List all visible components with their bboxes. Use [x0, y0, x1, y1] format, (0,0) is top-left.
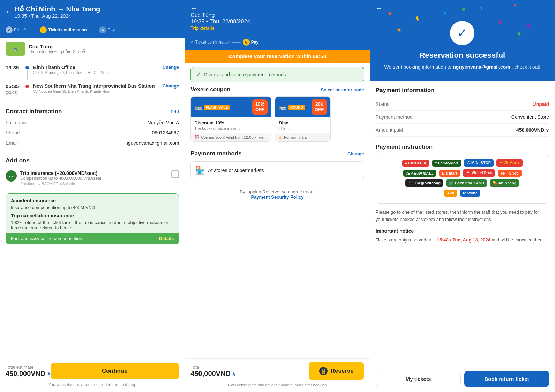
step-indicator-p2: ✓ Ticket confirmation —— 6 Pay: [185, 36, 369, 50]
contact-fullname-row: Full name Nguyễn Văn A: [6, 118, 179, 128]
payment-instruction-section: Payment instruction ● CIRCLE K ≡ FamilyM…: [376, 139, 549, 248]
contact-phone-row: Phone 0901234567: [6, 128, 179, 138]
phone-label: Phone: [6, 130, 20, 136]
amount-paid-value: 450,000VND ∨: [516, 127, 549, 133]
continue-button[interactable]: Continue: [51, 363, 179, 379]
trip-details-link[interactable]: Trip details: [190, 25, 215, 31]
coupon-name-0: Discount 10%: [194, 120, 268, 125]
coupon-footer-0: ⏰ Coming soon! Valid from 12:00 • Tue,..…: [191, 133, 271, 141]
arrival-dot-col: [25, 83, 29, 88]
agreement-text: By tapping Reserve, you agree to our Pay…: [190, 189, 364, 200]
change-departure-btn[interactable]: Change: [163, 64, 179, 70]
topzone-logo: topzone: [460, 190, 480, 197]
departure-info: Binh Thanh Office 339 S, Phuong 26, Binh…: [33, 64, 158, 75]
back-button-p3[interactable]: ←: [376, 5, 382, 12]
secure-icon: ✓: [196, 71, 201, 78]
payment-security-policy-link[interactable]: Payment Security Policy: [251, 194, 303, 200]
change-arrival-btn[interactable]: Change: [163, 83, 179, 89]
success-title: Reservation successful: [377, 51, 548, 60]
vinmart-logo: ✦ VinMart+: [496, 159, 523, 167]
coupon-name-1: Disc...: [279, 120, 327, 125]
ava-logo: AVA: [444, 190, 457, 197]
coupon-top-1: 🚌 ROUND 20k OFF: [275, 97, 330, 117]
cancel-ins-desc: 100% refund of the ticket fare if the tr…: [11, 220, 174, 230]
back-button-p1[interactable]: ←: [6, 8, 12, 16]
insurance-name: Trip insurance (+20.000VND/seat): [20, 170, 168, 176]
my-tickets-button[interactable]: My tickets: [376, 371, 461, 387]
back-button-p2[interactable]: ←: [190, 5, 197, 12]
insurance-text: Trip insurance (+20.000VND/seat) Compens…: [20, 170, 168, 186]
step-dash-1: ——: [29, 28, 38, 32]
panel2-footer: Total 450,000VND ∧ 🔒 Reserve Get license…: [185, 358, 369, 392]
insurance-provider: Provided by BAOVIET x Saladin: [20, 182, 168, 186]
ministop-logo: ⬡ MINI STOP: [464, 159, 494, 167]
insurance-card-footer: Fast and easy online compensation Detail…: [6, 233, 179, 244]
insurance-detail-card: Accident insurance Insurance compensatio…: [6, 193, 179, 244]
payment-method-label: Payment method: [376, 114, 413, 120]
bus-type: Limousine giường nằm 21 chỗ: [29, 49, 85, 54]
email-value: nguyenvana@gmail.com: [125, 140, 179, 146]
tgdd-logo: 📱 Thegioididong: [405, 179, 443, 187]
select-coupon-btn[interactable]: Select or enter code: [321, 87, 364, 92]
insurance-footer-text: Fast and easy online compensation: [11, 236, 82, 241]
departure-stop-name: Binh Thanh Office: [33, 64, 158, 70]
panel1-header: ← Hồ Chí Minh → Nha Trang 19:35 • Thu, A…: [0, 0, 185, 24]
panel3-header: ← ✓ Reservation successful We sent booki…: [370, 0, 555, 81]
footer-note-p2: Get license plate and driver's phone num…: [190, 383, 364, 387]
step-circle-2: 5: [40, 26, 47, 33]
bus-name-p2: Cúc Tùng: [190, 12, 364, 18]
step-circle-pay: 6: [243, 39, 250, 46]
success-checkmark-circle: ✓: [450, 21, 474, 45]
coupon-desc-1: The ...: [279, 126, 327, 130]
route-times: 19:35 Binh Thanh Office 339 S, Phuong 26…: [0, 60, 185, 103]
reserve-button[interactable]: 🔒 Reserve: [309, 362, 364, 380]
accident-ins-title: Accident insurance: [11, 198, 174, 203]
trip-insurance-item: 🛡 Trip insurance (+20.000VND/seat) Compe…: [6, 167, 179, 189]
step-ticket-confirm: 5 Ticket confirmation: [40, 26, 87, 33]
panel-success: ← ✓ Reservation successful We sent booki…: [370, 0, 555, 392]
reserve-lock-icon: 🔒: [319, 367, 328, 375]
amount-chevron-p2[interactable]: ∧: [232, 371, 235, 377]
datetime-p2: 19:35 • Thu, 22/08/2024: [190, 18, 364, 25]
accident-ins-desc: Insurance compensation up to 400M VND: [11, 205, 174, 210]
reservation-timer: Complete your reservation within 09:50: [185, 50, 369, 63]
circlek-logo: ● CIRCLE K: [402, 160, 429, 167]
coupon-card-1[interactable]: 🚌 ROUND 20k OFF Disc... The ...: [275, 96, 331, 142]
step-label-2: Ticket confirmation: [48, 28, 87, 32]
coupon-card-0[interactable]: 🚌 FLASH SALE 10% OFF Discount 10% The bo…: [190, 96, 271, 142]
notice-text: Tickets are only reserved until 15:48 • …: [376, 237, 549, 244]
panel-payment: ← Cúc Tùng 19:35 • Thu, 22/08/2024 Trip …: [185, 0, 370, 392]
payment-method-title: Payment methods: [190, 150, 241, 157]
coupon-badge-1: ROUND: [288, 105, 305, 110]
coupon-off-1: 20k OFF: [312, 99, 327, 115]
coupon-footer-1: ⚠ For round-trip: [275, 133, 330, 141]
amount-chevron[interactable]: ∧: [47, 371, 51, 377]
step-dash-2: ——: [89, 28, 97, 32]
total-amount-p2: 450,000VND ∧: [190, 370, 235, 378]
total-label-col: Total estimate 450,000VND ∧: [6, 364, 51, 378]
change-payment-btn[interactable]: Change: [347, 151, 364, 156]
panel3-body: Payment information Status Unpaid Paymen…: [370, 81, 555, 392]
edit-contact-btn[interactable]: Edit: [171, 109, 179, 114]
step-circle-3: 6: [99, 26, 106, 33]
insurance-checkbox[interactable]: [171, 170, 179, 178]
coupon-desc-0: The booking has a maximu...: [194, 126, 268, 130]
route-line: [27, 69, 28, 80]
panel1-footer: Total estimate 450,000VND ∧ Continue You…: [0, 359, 185, 392]
fptshop-logo: FPT Shop: [498, 170, 521, 177]
coupon-body-0: Discount 10% The booking has a maximu...: [191, 117, 271, 133]
coupon-bus-icon: 🚌: [194, 103, 202, 111]
store-icon: 🏪: [195, 166, 204, 175]
step-fill-info: ✓ Fill info: [6, 26, 27, 33]
coupon-validity-1: For round-trip: [284, 135, 307, 139]
book-return-ticket-button[interactable]: Book return ticket: [464, 371, 549, 387]
payment-option-store[interactable]: 🏪 At stores or supermarkets: [190, 161, 364, 179]
insurance-details-link[interactable]: Details: [159, 236, 174, 241]
fullname-value: Nguyễn Văn A: [148, 120, 179, 125]
important-notice-title: Important notice: [376, 228, 549, 234]
ankhanh-logo: 💊 An Khang: [490, 179, 519, 187]
step-ticket-done: ✓ Ticket confirmation: [190, 40, 230, 45]
phone-value: 0901234567: [152, 130, 179, 136]
panel-ticket-confirmation: ← Hồ Chí Minh → Nha Trang 19:35 • Thu, A…: [0, 0, 185, 392]
coupon-validity-0: Coming soon! Valid from 12:00 • Tue,...: [201, 135, 268, 139]
